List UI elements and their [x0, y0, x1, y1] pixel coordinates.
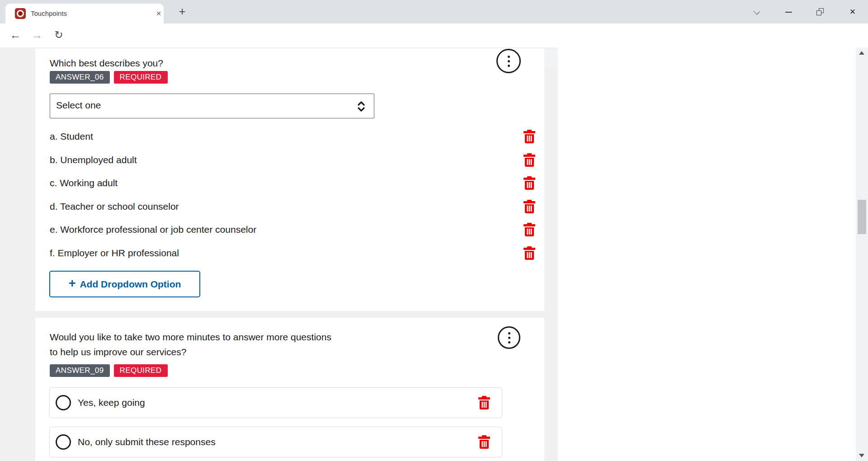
browser-tab[interactable]: Touchpoints ×: [5, 4, 164, 24]
select-chevrons-icon: [357, 100, 366, 114]
right-panel: [558, 47, 856, 461]
question-card-dropdown: Which best describes you? ANSWER_06 REQU…: [35, 48, 544, 311]
delete-option-trash-icon[interactable]: [524, 246, 535, 260]
question-badges: ANSWER_06 REQUIRED: [50, 71, 168, 84]
dropdown-option-row: d. Teacher or school counselor: [50, 195, 535, 218]
forward-button: →: [28, 24, 46, 47]
delete-option-trash-icon[interactable]: [524, 176, 535, 190]
browser-window: Touchpoints × + × ← → ↻ https://touchpoi…: [0, 0, 868, 461]
question-options-menu-button[interactable]: [496, 49, 521, 73]
touchpoints-favicon-icon: [15, 8, 26, 19]
tab-title: Touchpoints: [31, 9, 67, 17]
tab-search-chevron-icon[interactable]: [753, 8, 760, 14]
dropdown-option-row: f. Employer or HR professional: [50, 241, 535, 265]
scroll-up-arrow-icon[interactable]: [859, 51, 864, 55]
option-label: b. Unemployed adult: [50, 155, 137, 165]
scrollbar-thumb[interactable]: [858, 200, 866, 234]
select-value: Select one: [56, 100, 101, 111]
question-title-line1: Would you like to take two more minutes …: [50, 329, 331, 344]
dropdown-option-row: b. Unemployed adult: [50, 148, 535, 172]
radio-option-label: No, only submit these responses: [78, 437, 478, 447]
question-card-radio: Would you like to take two more minutes …: [35, 318, 544, 461]
option-label: e. Workforce professional or job center …: [50, 224, 256, 235]
back-button[interactable]: ←: [6, 24, 24, 47]
radio-button[interactable]: [56, 395, 71, 410]
dropdown-option-row: c. Working adult: [50, 171, 535, 195]
delete-option-trash-icon[interactable]: [524, 223, 535, 236]
radio-button[interactable]: [56, 434, 71, 450]
answer-id-badge: ANSWER_06: [50, 71, 110, 84]
add-dropdown-option-button[interactable]: + Add Dropdown Option: [49, 271, 200, 297]
question-title: Which best describes you?: [50, 56, 163, 71]
question-title-line2: to help us improve our services?: [50, 344, 331, 359]
question-options-menu-button[interactable]: [498, 326, 520, 349]
question-title: Would you like to take two more minutes …: [50, 329, 331, 359]
delete-option-trash-icon[interactable]: [524, 130, 535, 143]
option-label: f. Employer or HR professional: [50, 248, 179, 259]
required-badge: REQUIRED: [114, 364, 168, 377]
radio-option-row: No, only submit these responses: [49, 427, 502, 457]
delete-option-trash-icon[interactable]: [478, 435, 490, 449]
radio-option-row: Yes, keep going: [49, 387, 502, 418]
tab-close-icon[interactable]: ×: [153, 8, 165, 19]
dropdown-select[interactable]: Select one: [50, 94, 374, 118]
option-label: a. Student: [50, 131, 93, 142]
delete-option-trash-icon[interactable]: [524, 200, 535, 213]
new-tab-button[interactable]: +: [175, 5, 189, 19]
delete-option-trash-icon[interactable]: [524, 153, 535, 167]
question-badges: ANSWER_09 REQUIRED: [50, 364, 168, 377]
window-restore-button[interactable]: [816, 8, 824, 15]
dropdown-option-row: e. Workforce professional or job center …: [50, 218, 535, 241]
title-bar: Touchpoints × + ×: [0, 0, 868, 24]
delete-option-trash-icon[interactable]: [478, 396, 490, 409]
radio-option-label: Yes, keep going: [78, 397, 478, 408]
scroll-down-arrow-icon[interactable]: [859, 454, 864, 457]
window-minimize-button[interactable]: [785, 12, 792, 13]
answer-id-badge: ANSWER_09: [50, 364, 110, 377]
reload-button[interactable]: ↻: [50, 24, 68, 47]
browser-toolbar: ← → ↻ https://touchpoints.app.cloud.gov/…: [0, 24, 868, 47]
option-label: c. Working adult: [50, 178, 118, 188]
dropdown-option-row: a. Student: [50, 125, 535, 148]
required-badge: REQUIRED: [114, 71, 168, 84]
vertical-scrollbar[interactable]: [856, 47, 868, 461]
option-label: d. Teacher or school counselor: [50, 201, 179, 212]
plus-icon: +: [69, 278, 76, 290]
window-close-button[interactable]: ×: [846, 5, 859, 18]
